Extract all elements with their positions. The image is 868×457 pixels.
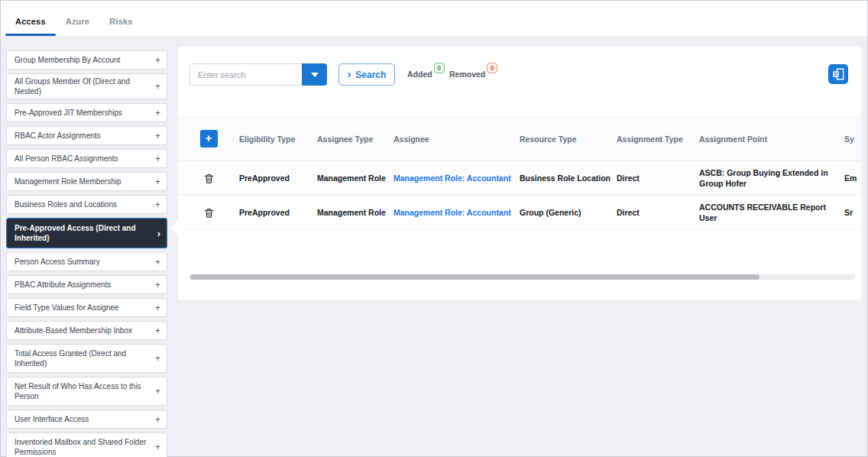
table-row: PreApproved Management Role Management R… — [178, 196, 861, 230]
sidebar: Group Membership By Account + All Groups… — [6, 50, 167, 457]
expand-plus-icon: + — [155, 82, 160, 91]
sidebar-item-group-membership-by-account[interactable]: Group Membership By Account + — [6, 50, 167, 70]
removed-label: Removed — [449, 70, 485, 79]
tab-access[interactable]: Access — [5, 17, 56, 36]
column-header-system: Sy — [844, 135, 861, 144]
column-header-eligibility-type: Eligibility Type — [239, 135, 317, 144]
expand-plus-icon: + — [155, 131, 160, 141]
sidebar-item-rbac-actor-assignments[interactable]: RBAC Actor Assignments + — [6, 126, 167, 145]
expand-plus-icon: + — [155, 200, 160, 209]
expand-plus-icon: + — [155, 280, 160, 290]
sidebar-item-label: All Groups Member Of (Direct and Nested) — [15, 76, 155, 96]
cell-eligibility-type: PreApproved — [239, 173, 317, 183]
cell-assignee-link[interactable]: Management Role: Accountant — [394, 173, 520, 183]
sidebar-item-label: Net Result of Who Has Access to this Per… — [15, 381, 155, 401]
added-label: Added — [407, 70, 432, 79]
caret-down-icon — [311, 73, 319, 77]
cell-system: Em — [844, 173, 861, 183]
excel-icon — [831, 67, 845, 81]
sidebar-item-field-type-values-for-assignee[interactable]: Field Type Values for Assignee + — [6, 298, 167, 317]
cell-eligibility-type: PreApproved — [239, 207, 317, 218]
sidebar-item-label: All Person RBAC Assignments — [15, 154, 155, 164]
search-button[interactable]: › Search — [338, 63, 395, 86]
added-counter: Added0 — [407, 70, 445, 80]
expand-plus-icon: + — [155, 56, 160, 65]
export-excel-button[interactable] — [828, 64, 848, 84]
tab-bar: Access Azure Risks — [1, 1, 867, 36]
removed-counter: Removed0 — [449, 70, 497, 80]
sidebar-item-label: RBAC Actor Assignments — [15, 131, 155, 141]
sidebar-item-management-role-membership[interactable]: Management Role Membership + — [6, 172, 167, 191]
column-header-assignment-type: Assignment Type — [617, 135, 699, 144]
sidebar-item-label: Inventoried Mailbox and Shared Folder Pe… — [15, 437, 155, 457]
sidebar-item-pre-approved-jit-memberships[interactable]: Pre-Approved JIT Memberships + — [6, 103, 167, 122]
expand-plus-icon: + — [155, 415, 160, 424]
add-button[interactable]: + — [200, 130, 218, 147]
table-header-row: + Eligibility Type Assignee Type Assigne… — [178, 116, 861, 161]
sidebar-item-label: Group Membership By Account — [15, 55, 155, 65]
chevron-right-icon: › — [157, 228, 160, 238]
search-input[interactable] — [189, 63, 302, 86]
cell-assignee-type: Management Role — [317, 207, 394, 218]
column-header-resource-type: Resource Type — [520, 135, 617, 144]
expand-plus-icon: + — [155, 109, 160, 118]
sidebar-item-all-groups-member-of[interactable]: All Groups Member Of (Direct and Nested)… — [6, 73, 167, 99]
sidebar-item-label: Person Access Summary — [15, 257, 155, 267]
sidebar-item-label: Business Roles and Locations — [15, 199, 155, 209]
sidebar-item-all-person-rbac-assignments[interactable]: All Person RBAC Assignments + — [6, 149, 167, 168]
expand-plus-icon: + — [155, 326, 160, 335]
app-window: Access Azure Risks Group Membership By A… — [0, 0, 868, 457]
tab-risks[interactable]: Risks — [99, 17, 142, 36]
sidebar-item-label: PBAC Attribute Assignments — [15, 280, 155, 290]
expand-plus-icon: + — [155, 258, 160, 267]
sidebar-item-inventoried-mailbox-permissions[interactable]: Inventoried Mailbox and Shared Folder Pe… — [6, 433, 167, 457]
removed-count-badge: 0 — [487, 63, 497, 73]
cell-system: Sr — [844, 207, 861, 218]
cell-assignment-type: Direct — [617, 207, 699, 218]
expand-plus-icon: + — [155, 303, 160, 313]
cell-resource-type: Group (Generic) — [520, 207, 617, 218]
sidebar-item-business-roles-and-locations[interactable]: Business Roles and Locations + — [6, 195, 167, 214]
sidebar-item-net-result-who-has-access[interactable]: Net Result of Who Has Access to this Per… — [6, 377, 167, 406]
sidebar-item-person-access-summary[interactable]: Person Access Summary + — [6, 252, 167, 271]
column-header-assignee-type: Assignee Type — [317, 135, 394, 144]
cell-assignment-point: ASCB: Group Buying Extended in Group Hof… — [699, 167, 844, 189]
tab-azure[interactable]: Azure — [56, 17, 100, 36]
column-header-assignee: Assignee — [394, 135, 520, 144]
horizontal-scrollbar-thumb[interactable] — [190, 274, 760, 280]
expand-plus-icon: + — [155, 442, 160, 452]
delete-icon[interactable] — [203, 172, 215, 185]
expand-plus-icon: + — [155, 154, 160, 164]
cell-resource-type: Business Role Location — [520, 173, 617, 183]
cell-assignee-link[interactable]: Management Role: Accountant — [394, 207, 520, 218]
sidebar-item-label: Pre-Approved Access (Direct and Inherite… — [15, 223, 157, 243]
column-header-assignment-point: Assignment Point — [699, 135, 844, 144]
sidebar-item-label: Attribute-Based Membership Inbox — [15, 326, 155, 335]
expand-plus-icon: + — [155, 387, 160, 396]
delete-icon[interactable] — [203, 206, 215, 219]
cell-assignee-type: Management Role — [317, 173, 394, 183]
added-count-badge: 0 — [434, 63, 445, 73]
search-chevron-icon: › — [348, 68, 351, 80]
sidebar-item-attribute-based-membership-inbox[interactable]: Attribute-Based Membership Inbox + — [6, 321, 167, 340]
sidebar-item-label: Management Role Membership — [15, 177, 155, 186]
sidebar-item-label: Pre-Approved JIT Memberships — [15, 108, 155, 118]
search-button-label: Search — [355, 70, 386, 80]
selected-item-pointer — [171, 220, 178, 235]
sidebar-item-pbac-attribute-assignments[interactable]: PBAC Attribute Assignments + — [6, 275, 167, 294]
main-panel: › Search Added0 Removed0 + Eligibility T… — [178, 47, 861, 300]
table-row: PreApproved Management Role Management R… — [178, 161, 861, 196]
cell-assignment-type: Direct — [617, 173, 699, 183]
sidebar-item-user-interface-access[interactable]: User Interface Access + — [6, 410, 167, 429]
sidebar-item-total-access-granted[interactable]: Total Access Granted (Direct and Inherit… — [6, 344, 167, 373]
sidebar-item-pre-approved-access-selected[interactable]: Pre-Approved Access (Direct and Inherite… — [6, 218, 167, 248]
search-options-dropdown-button[interactable] — [302, 63, 327, 86]
sidebar-item-label: Field Type Values for Assignee — [15, 303, 155, 313]
horizontal-scrollbar[interactable] — [189, 274, 855, 280]
sidebar-item-label: Total Access Granted (Direct and Inherit… — [15, 348, 155, 368]
cell-assignment-point: ACCOUNTS RECEIVABLE Report User — [699, 202, 844, 223]
expand-plus-icon: + — [155, 177, 160, 186]
sidebar-item-label: User Interface Access — [15, 414, 155, 424]
expand-plus-icon: + — [155, 354, 160, 363]
